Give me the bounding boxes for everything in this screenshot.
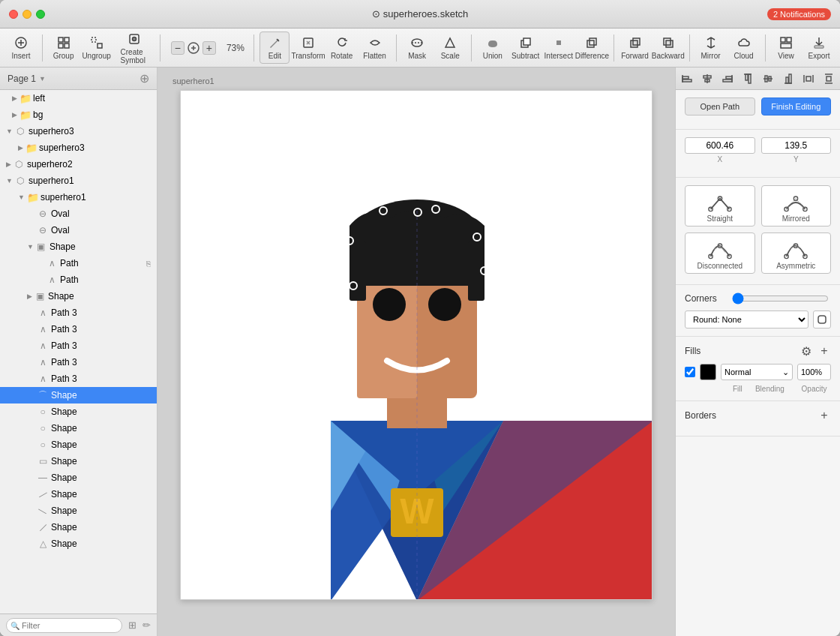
sidebar-item-path3-5[interactable]: ▶ ∧ Path 3 [0, 370, 157, 387]
sidebar-item-shape5[interactable]: ▶ ○ Shape [0, 436, 157, 453]
flatten-button[interactable]: Flatten [360, 32, 390, 63]
position-y-input[interactable]: 139.5 [761, 137, 832, 154]
sidebar-item-oval2[interactable]: ▶ ⊖ Oval [0, 222, 157, 238]
minimize-button[interactable] [22, 10, 32, 19]
zoom-out-button[interactable]: − [171, 41, 184, 55]
sidebar-item-shape4[interactable]: ▶ ○ Shape [0, 420, 157, 436]
svg-point-85 [728, 207, 731, 211]
rotate-button[interactable]: Rotate [327, 32, 357, 63]
difference-button[interactable]: Difference [577, 32, 608, 63]
create-symbol-button[interactable]: Create Symbol [115, 28, 154, 68]
align-right-button[interactable] [719, 70, 736, 87]
round-select[interactable]: Round: None [685, 310, 808, 328]
filter-input[interactable] [6, 618, 122, 633]
sidebar-item-superhero1[interactable]: ▼ ⬡ superhero1 [0, 172, 157, 189]
ungroup-button[interactable]: Ungroup [82, 32, 112, 63]
sidebar-item-superhero3-child[interactable]: ▶ 📁 superhero3 [0, 140, 157, 156]
sidebar-item-superhero2[interactable]: ▶ ⬡ superhero2 [0, 156, 157, 172]
align-bottom-button[interactable] [779, 70, 796, 87]
cloud-button[interactable]: Cloud [729, 32, 759, 63]
borders-section: Borders + [676, 401, 840, 436]
open-path-button[interactable]: Open Path [685, 98, 755, 116]
intersect-button[interactable]: Intersect [544, 32, 574, 63]
chevron-icon: ▼ [27, 243, 34, 250]
mask-button[interactable]: Mask [402, 32, 432, 63]
add-page-button[interactable]: ⊕ [140, 71, 149, 86]
zoom-control: − + [166, 40, 220, 56]
align-left-button[interactable] [679, 70, 696, 87]
sidebar-item-path3-3[interactable]: ▶ ∧ Path 3 [0, 338, 157, 354]
path-icon: ∧ [46, 274, 57, 285]
sidebar-item-left[interactable]: ▶ 📁 left [0, 90, 157, 106]
path-edit-section: Open Path Finish Editing [676, 90, 840, 130]
sidebar-item-shape2[interactable]: ▶ ▣ Shape [0, 288, 157, 304]
straight-label: Straight [707, 214, 733, 223]
point-type-asymmetric[interactable]: Asymmetric [761, 232, 832, 274]
traffic-lights [9, 10, 45, 19]
union-button[interactable]: Union [478, 32, 508, 63]
borders-add-button[interactable]: + [818, 409, 831, 422]
fill-opacity-input[interactable]: 100% [797, 364, 831, 380]
svg-rect-70 [748, 74, 751, 83]
svg-rect-4 [64, 38, 69, 42]
distribute-v-button[interactable] [820, 70, 837, 87]
sidebar-item-path3-1[interactable]: ▶ ∧ Path 3 [0, 304, 157, 321]
sidebar-item-oval1[interactable]: ▶ ⊖ Oval [0, 206, 157, 222]
maximize-button[interactable] [36, 10, 45, 19]
group-button[interactable]: Group [49, 32, 79, 63]
fills-add-button[interactable]: + [818, 344, 831, 358]
view-button[interactable]: View [771, 32, 801, 63]
close-button[interactable] [9, 10, 18, 19]
point-type-mirrored[interactable]: Mirrored [761, 185, 832, 226]
sidebar-item-shape9[interactable]: ▶ — Shape [0, 502, 157, 519]
sidebar-item-path2[interactable]: ▶ ∧ Path [0, 272, 157, 288]
line2-icon: — [35, 487, 50, 501]
point-type-disconnected[interactable]: Disconnected [685, 232, 755, 274]
sidebar-item-shape10[interactable]: ▶ — Shape [0, 519, 157, 536]
sidebar-item-shape1[interactable]: ▼ ▣ Shape [0, 238, 157, 255]
sidebar-item-shape3[interactable]: ▶ ○ Shape [0, 404, 157, 420]
insert-button[interactable]: Insert [6, 32, 36, 63]
sidebar-item-shape8[interactable]: ▶ — Shape [0, 486, 157, 502]
svg-rect-24 [666, 40, 673, 47]
transform-button[interactable]: Transform [292, 32, 323, 63]
page-title[interactable]: Page 1 ▼ [8, 74, 46, 84]
align-middle-button[interactable] [760, 70, 777, 87]
sidebar-item-superhero1-child[interactable]: ▼ 📁 superhero1 [0, 189, 157, 206]
layer-settings-button[interactable]: ✏ [142, 620, 151, 631]
forward-button[interactable]: Forward [620, 32, 650, 63]
notification-badge[interactable]: 2 Notifications [767, 8, 831, 20]
export-button[interactable]: Export [804, 32, 834, 63]
backward-button[interactable]: Backward [653, 32, 683, 63]
subtract-button[interactable]: Subtract [511, 32, 541, 63]
fill-color-swatch[interactable] [700, 364, 716, 380]
sidebar-item-path3-4[interactable]: ▶ ∧ Path 3 [0, 354, 157, 370]
align-center-h-button[interactable] [699, 70, 716, 87]
corners-slider[interactable] [732, 292, 829, 304]
sidebar-item-superhero3[interactable]: ▼ ⬡ superhero3 [0, 123, 157, 140]
sidebar-item-shape6[interactable]: ▶ ▭ Shape [0, 453, 157, 470]
sidebar-item-shape7[interactable]: ▶ — Shape [0, 470, 157, 486]
canvas[interactable]: W [180, 90, 652, 600]
fill-checkbox[interactable] [685, 367, 695, 377]
point-type-straight[interactable]: Straight [685, 185, 755, 226]
fills-settings-button[interactable]: ⚙ [800, 344, 813, 358]
sidebar-item-shape11[interactable]: ▶ △ Shape [0, 536, 157, 552]
mirror-button[interactable]: Mirror [696, 32, 726, 63]
sidebar-item-shape-selected[interactable]: ▶ ⌒ Shape [0, 387, 157, 404]
finish-editing-button[interactable]: Finish Editing [761, 98, 832, 116]
scale-button[interactable]: Scale [435, 32, 465, 63]
sidebar-item-path3-2[interactable]: ▶ ∧ Path 3 [0, 321, 157, 338]
page-icon-button[interactable]: ⊞ [128, 620, 136, 631]
round-option-button[interactable] [813, 310, 831, 328]
sidebar-item-bg[interactable]: ▶ 📁 bg [0, 106, 157, 123]
position-x-input[interactable]: 600.46 [685, 137, 755, 154]
sidebar-item-path1[interactable]: ▶ ∧ Path ⎘ [0, 255, 157, 272]
fill-blending-select[interactable]: Normal ⌄ [721, 364, 793, 380]
zoom-in-button[interactable]: + [202, 41, 216, 55]
align-top-button[interactable] [740, 70, 757, 87]
opacity-label: Opacity [797, 385, 831, 393]
corners-value: 0 [835, 293, 840, 304]
edit-button[interactable]: Edit [260, 32, 290, 64]
distribute-h-button[interactable] [800, 70, 817, 87]
